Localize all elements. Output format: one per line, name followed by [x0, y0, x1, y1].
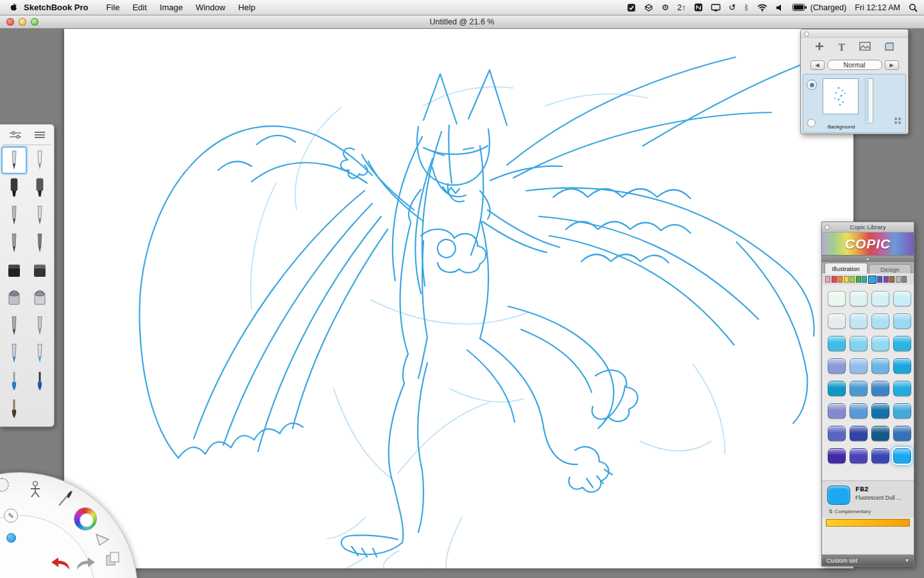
- copic-swatch[interactable]: [850, 403, 868, 419]
- transform-cursor-icon[interactable]: [95, 533, 110, 547]
- copic-swatch[interactable]: [871, 336, 889, 351]
- spectrum-chip[interactable]: [884, 276, 889, 283]
- copic-swatch[interactable]: [828, 291, 846, 306]
- copic-swatch[interactable]: [893, 426, 911, 441]
- tool-airbrush[interactable]: [27, 229, 53, 257]
- copic-swatch[interactable]: [828, 403, 846, 419]
- tab-illustration[interactable]: Illustration: [825, 263, 868, 274]
- redo-button[interactable]: [76, 556, 96, 572]
- tool-felt-pen[interactable]: [1, 312, 27, 340]
- menu-file[interactable]: File: [99, 3, 126, 12]
- spectrum-chip[interactable]: [889, 276, 894, 283]
- copic-swatch[interactable]: [893, 381, 911, 396]
- copic-swatch[interactable]: [893, 358, 911, 374]
- battery-icon[interactable]: [792, 3, 807, 13]
- bluetooth-icon[interactable]: ᛒ: [744, 3, 749, 13]
- tab-design[interactable]: Design: [869, 264, 912, 274]
- blend-mode-value[interactable]: Normal: [827, 60, 882, 70]
- spectrum-chip[interactable]: [832, 276, 837, 283]
- tool-pen[interactable]: [1, 202, 27, 229]
- panel-collapse-puck[interactable]: [804, 31, 809, 37]
- wifi-icon[interactable]: [757, 3, 767, 13]
- undo-button[interactable]: [50, 556, 71, 572]
- time-machine-icon[interactable]: ↺: [729, 3, 736, 13]
- spectrum-chip[interactable]: [868, 276, 877, 284]
- copic-swatch[interactable]: [893, 313, 911, 329]
- brush-tool-icon[interactable]: [56, 489, 74, 507]
- copic-collapse-strip[interactable]: ▲: [822, 256, 914, 262]
- complementary-bar[interactable]: [826, 519, 910, 527]
- tool-paintbrush[interactable]: [1, 395, 27, 423]
- tool-blue-pen[interactable]: [1, 340, 27, 367]
- minimize-window-button[interactable]: [19, 18, 26, 26]
- layer-select-radio[interactable]: [807, 119, 816, 127]
- spectrum-chip[interactable]: [862, 276, 867, 283]
- layer-thumbnail[interactable]: [823, 78, 859, 114]
- copic-swatch[interactable]: [871, 291, 889, 306]
- copic-swatch[interactable]: [850, 448, 868, 464]
- spectrum-chip[interactable]: [896, 276, 901, 283]
- color-puck[interactable]: [74, 507, 97, 530]
- copic-swatch[interactable]: [871, 313, 889, 329]
- tool-gray-pen[interactable]: [27, 312, 53, 340]
- sync-gear-icon[interactable]: ⚙: [662, 3, 669, 13]
- layer-options-icon[interactable]: [894, 116, 902, 127]
- tool-fine-pen[interactable]: [27, 202, 53, 229]
- tool-copy-bucket[interactable]: [27, 285, 53, 312]
- tool-soft-pencil[interactable]: [27, 146, 53, 174]
- tool-technical-pen[interactable]: [1, 229, 27, 257]
- copic-swatch[interactable]: [871, 426, 889, 441]
- spectrum-chip[interactable]: [877, 276, 882, 283]
- brush-settings-icon[interactable]: [8, 130, 22, 142]
- check-app-icon[interactable]: [627, 3, 636, 13]
- menu-clock[interactable]: Fri 12:12 AM: [855, 3, 900, 12]
- add-layer-icon[interactable]: [814, 41, 825, 54]
- tool-glow-pen[interactable]: [27, 340, 53, 367]
- spectrum-chip[interactable]: [837, 276, 843, 283]
- custom-set-bar[interactable]: Custom set ▼: [822, 554, 914, 566]
- layer-sheet-icon[interactable]: [884, 42, 894, 53]
- dropbox-icon[interactable]: [644, 3, 653, 13]
- copic-swatch[interactable]: [850, 313, 868, 329]
- layer-visibility-icon[interactable]: [807, 80, 817, 90]
- copic-title-bar[interactable]: Copic Library: [822, 222, 914, 232]
- drawing-canvas[interactable]: [64, 29, 853, 568]
- zoom-window-button[interactable]: [31, 18, 38, 26]
- pencil-mode-icon[interactable]: ✎: [4, 509, 18, 523]
- copic-swatch[interactable]: [871, 448, 889, 464]
- copic-swatch[interactable]: [828, 381, 846, 396]
- app-name[interactable]: SketchBook Pro: [24, 3, 88, 12]
- spectrum-chip[interactable]: [825, 276, 830, 283]
- displays-icon[interactable]: [711, 3, 721, 13]
- window-title-bar[interactable]: Untitled @ 21.6 %: [0, 15, 924, 29]
- menu-image[interactable]: Image: [153, 3, 189, 12]
- copic-swatch[interactable]: [893, 448, 911, 464]
- current-color-dot[interactable]: [6, 533, 16, 543]
- copic-swatch[interactable]: [893, 336, 911, 351]
- menu-edit[interactable]: Edit: [126, 3, 153, 12]
- spotlight-icon[interactable]: [909, 3, 918, 13]
- notes-app-icon[interactable]: [694, 3, 703, 13]
- tool-blue-brush[interactable]: [1, 367, 27, 395]
- copic-swatch[interactable]: [871, 358, 889, 374]
- copic-swatch[interactable]: [828, 426, 846, 441]
- close-window-button[interactable]: [6, 18, 14, 26]
- spectrum-chip[interactable]: [856, 276, 861, 283]
- blend-mode-next-button[interactable]: ▶: [885, 60, 899, 70]
- copic-swatch[interactable]: [871, 403, 889, 419]
- spectrum-chip[interactable]: [902, 276, 907, 283]
- apple-menu-icon[interactable]: [9, 3, 17, 12]
- layer-row-background[interactable]: Background: [803, 74, 906, 133]
- puppet-tool-icon[interactable]: [28, 480, 42, 498]
- upload-count[interactable]: 2↑: [678, 3, 686, 12]
- volume-icon[interactable]: [776, 3, 784, 13]
- layer-opacity-slider[interactable]: [865, 78, 873, 123]
- copic-swatch[interactable]: [850, 291, 868, 306]
- pages-icon[interactable]: [105, 551, 121, 566]
- copic-swatch[interactable]: [893, 291, 911, 306]
- tool-pencil[interactable]: [1, 146, 27, 174]
- copic-swatch[interactable]: [828, 448, 846, 464]
- tool-paint-bucket[interactable]: [1, 285, 27, 312]
- copic-swatch[interactable]: [893, 403, 911, 419]
- image-layer-icon[interactable]: [859, 42, 871, 53]
